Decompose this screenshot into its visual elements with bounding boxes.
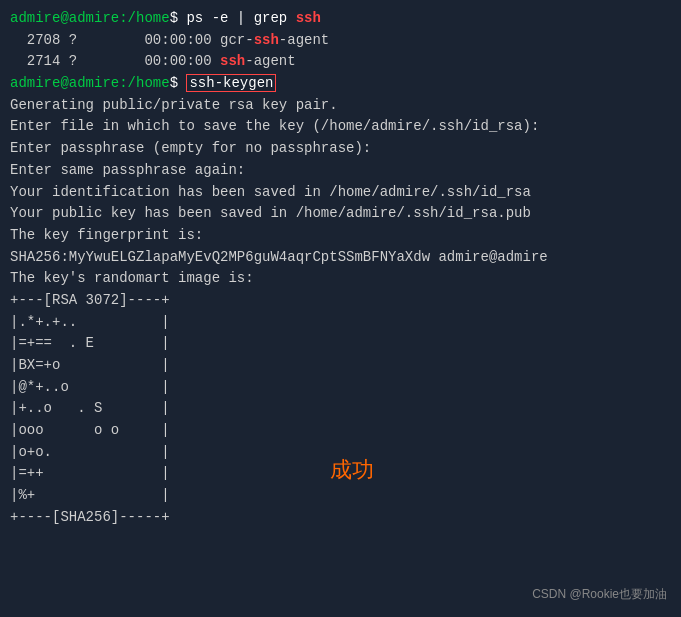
terminal-line: Your public key has been saved in /home/… (10, 203, 671, 225)
art-line: +----[SHA256]-----+ (10, 507, 671, 529)
prompt: admire@admire:/home (10, 10, 170, 26)
art-line: |+..o . S | (10, 398, 671, 420)
terminal-line: The key fingerprint is: (10, 225, 671, 247)
terminal-line: SHA256:MyYwuELGZlapaMyEvQ2MP6guW4aqrCptS… (10, 247, 671, 269)
watermark-text: CSDN @Rookie也要加油 (532, 586, 667, 603)
dollar: $ (170, 10, 187, 26)
art-line: |BX=+o | (10, 355, 671, 377)
success-label: 成功 (330, 455, 374, 485)
art-line: |ooo o o | (10, 420, 671, 442)
prompt: admire@admire:/home (10, 75, 170, 91)
terminal-line: Enter passphrase (empty for no passphras… (10, 138, 671, 160)
terminal-line: Enter file in which to save the key (/ho… (10, 116, 671, 138)
terminal-line: Your identification has been saved in /h… (10, 182, 671, 204)
terminal-line: 2708 ? 00:00:00 gcr-ssh-agent (10, 30, 671, 52)
art-line: |%+ | (10, 485, 671, 507)
terminal-line: The key's randomart image is: (10, 268, 671, 290)
terminal-line: admire@admire:/home$ ssh-keygen (10, 73, 671, 95)
art-line: |=+== . E | (10, 333, 671, 355)
ssh-keygen-command: ssh-keygen (186, 74, 276, 92)
terminal-line: admire@admire:/home$ ps -e | grep ssh (10, 8, 671, 30)
terminal-window: admire@admire:/home$ ps -e | grep ssh 27… (0, 0, 681, 617)
dollar: $ (170, 75, 187, 91)
art-line: +---[RSA 3072]----+ (10, 290, 671, 312)
terminal-line: Generating public/private rsa key pair. (10, 95, 671, 117)
terminal-line: Enter same passphrase again: (10, 160, 671, 182)
art-line: |@*+..o | (10, 377, 671, 399)
command-text: ps -e | grep ssh (186, 10, 320, 26)
terminal-line: 2714 ? 00:00:00 ssh-agent (10, 51, 671, 73)
art-line: |.*+.+.. | (10, 312, 671, 334)
